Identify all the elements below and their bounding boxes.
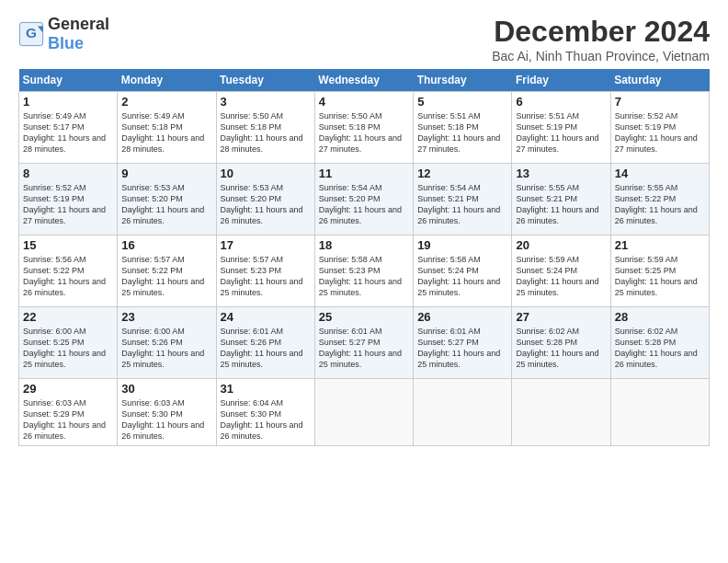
weekday-header-row: SundayMondayTuesdayWednesdayThursdayFrid…: [19, 69, 710, 92]
calendar-day-8: 8 Sunrise: 5:52 AM Sunset: 5:19 PM Dayli…: [19, 164, 118, 236]
day-info: Sunrise: 5:54 AM Sunset: 5:20 PM Dayligh…: [319, 182, 409, 227]
day-number: 15: [23, 238, 113, 252]
calendar-week-1: 1 Sunrise: 5:49 AM Sunset: 5:17 PM Dayli…: [19, 92, 710, 164]
calendar-table: SundayMondayTuesdayWednesdayThursdayFrid…: [18, 69, 710, 446]
day-info: Sunrise: 5:50 AM Sunset: 5:18 PM Dayligh…: [221, 110, 311, 155]
calendar-day-26: 26 Sunrise: 6:01 AM Sunset: 5:27 PM Dayl…: [414, 307, 512, 379]
day-info: Sunrise: 5:55 AM Sunset: 5:22 PM Dayligh…: [615, 182, 705, 227]
day-number: 29: [23, 382, 113, 396]
calendar-day-20: 20 Sunrise: 5:59 AM Sunset: 5:24 PM Dayl…: [512, 236, 610, 307]
logo-icon: G: [18, 21, 44, 47]
day-info: Sunrise: 6:04 AM Sunset: 5:30 PM Dayligh…: [221, 397, 311, 442]
day-number: 19: [417, 238, 507, 252]
calendar-day-22: 22 Sunrise: 6:00 AM Sunset: 5:25 PM Dayl…: [19, 307, 118, 379]
day-info: Sunrise: 5:49 AM Sunset: 5:17 PM Dayligh…: [23, 110, 113, 155]
day-info: Sunrise: 5:50 AM Sunset: 5:18 PM Dayligh…: [319, 110, 409, 155]
calendar-day-21: 21 Sunrise: 5:59 AM Sunset: 5:25 PM Dayl…: [610, 236, 709, 307]
calendar-week-4: 22 Sunrise: 6:00 AM Sunset: 5:25 PM Dayl…: [19, 307, 710, 379]
day-info: Sunrise: 6:01 AM Sunset: 5:27 PM Dayligh…: [319, 326, 409, 371]
day-number: 6: [516, 95, 606, 109]
day-number: 13: [516, 167, 606, 180]
calendar-day-11: 11 Sunrise: 5:54 AM Sunset: 5:20 PM Dayl…: [314, 164, 413, 236]
day-number: 1: [23, 95, 113, 109]
weekday-header-monday: Monday: [118, 69, 216, 92]
day-info: Sunrise: 5:49 AM Sunset: 5:18 PM Dayligh…: [121, 110, 211, 155]
day-info: Sunrise: 5:52 AM Sunset: 5:19 PM Dayligh…: [615, 110, 705, 155]
day-number: 22: [23, 310, 113, 324]
weekday-header-sunday: Sunday: [19, 69, 118, 92]
day-number: 12: [417, 167, 507, 180]
calendar-day-27: 27 Sunrise: 6:02 AM Sunset: 5:28 PM Dayl…: [512, 307, 610, 379]
calendar-day-24: 24 Sunrise: 6:01 AM Sunset: 5:26 PM Dayl…: [216, 307, 314, 379]
day-info: Sunrise: 5:57 AM Sunset: 5:23 PM Dayligh…: [221, 254, 311, 299]
day-number: 17: [221, 238, 311, 252]
day-number: 16: [121, 238, 211, 252]
calendar-day-31: 31 Sunrise: 6:04 AM Sunset: 5:30 PM Dayl…: [216, 379, 314, 446]
day-number: 9: [121, 167, 211, 180]
calendar-day-1: 1 Sunrise: 5:49 AM Sunset: 5:17 PM Dayli…: [19, 92, 118, 164]
day-number: 18: [319, 238, 409, 252]
weekday-header-saturday: Saturday: [610, 69, 709, 92]
day-number: 3: [221, 95, 311, 109]
day-number: 25: [319, 310, 409, 324]
weekday-header-thursday: Thursday: [414, 69, 512, 92]
day-number: 8: [23, 167, 113, 180]
day-info: Sunrise: 5:57 AM Sunset: 5:22 PM Dayligh…: [121, 254, 211, 299]
page-header: G General Blue December 2024 Bac Ai, Nin…: [18, 15, 710, 63]
day-info: Sunrise: 5:53 AM Sunset: 5:20 PM Dayligh…: [121, 182, 211, 227]
calendar-day-23: 23 Sunrise: 6:00 AM Sunset: 5:26 PM Dayl…: [118, 307, 216, 379]
calendar-week-5: 29 Sunrise: 6:03 AM Sunset: 5:29 PM Dayl…: [19, 379, 710, 446]
calendar-day-14: 14 Sunrise: 5:55 AM Sunset: 5:22 PM Dayl…: [610, 164, 709, 236]
day-number: 23: [121, 310, 211, 324]
month-title: December 2024: [492, 15, 710, 49]
day-info: Sunrise: 6:02 AM Sunset: 5:28 PM Dayligh…: [615, 326, 705, 371]
calendar-day-30: 30 Sunrise: 6:03 AM Sunset: 5:30 PM Dayl…: [118, 379, 216, 446]
day-info: Sunrise: 5:54 AM Sunset: 5:21 PM Dayligh…: [417, 182, 507, 227]
calendar-day-17: 17 Sunrise: 5:57 AM Sunset: 5:23 PM Dayl…: [216, 236, 314, 307]
calendar-day-28: 28 Sunrise: 6:02 AM Sunset: 5:28 PM Dayl…: [610, 307, 709, 379]
day-number: 4: [319, 95, 409, 109]
calendar-day-25: 25 Sunrise: 6:01 AM Sunset: 5:27 PM Dayl…: [314, 307, 413, 379]
day-info: Sunrise: 5:51 AM Sunset: 5:19 PM Dayligh…: [516, 110, 606, 155]
day-info: Sunrise: 6:01 AM Sunset: 5:27 PM Dayligh…: [417, 326, 507, 371]
day-number: 14: [615, 167, 705, 180]
day-number: 27: [516, 310, 606, 324]
calendar-day-19: 19 Sunrise: 5:58 AM Sunset: 5:24 PM Dayl…: [414, 236, 512, 307]
weekday-header-wednesday: Wednesday: [314, 69, 413, 92]
day-number: 21: [615, 238, 705, 252]
day-info: Sunrise: 5:58 AM Sunset: 5:24 PM Dayligh…: [417, 254, 507, 299]
day-info: Sunrise: 5:58 AM Sunset: 5:23 PM Dayligh…: [319, 254, 409, 299]
day-info: Sunrise: 6:00 AM Sunset: 5:26 PM Dayligh…: [121, 326, 211, 371]
empty-cell: [414, 379, 512, 446]
day-info: Sunrise: 5:53 AM Sunset: 5:20 PM Dayligh…: [221, 182, 311, 227]
location-title: Bac Ai, Ninh Thuan Province, Vietnam: [492, 49, 710, 63]
empty-cell: [314, 379, 413, 446]
day-info: Sunrise: 5:55 AM Sunset: 5:21 PM Dayligh…: [516, 182, 606, 227]
day-info: Sunrise: 5:59 AM Sunset: 5:24 PM Dayligh…: [516, 254, 606, 299]
day-info: Sunrise: 6:03 AM Sunset: 5:30 PM Dayligh…: [121, 397, 211, 442]
calendar-day-18: 18 Sunrise: 5:58 AM Sunset: 5:23 PM Dayl…: [314, 236, 413, 307]
day-number: 26: [417, 310, 507, 324]
day-number: 7: [615, 95, 705, 109]
calendar-day-10: 10 Sunrise: 5:53 AM Sunset: 5:20 PM Dayl…: [216, 164, 314, 236]
day-number: 24: [221, 310, 311, 324]
day-info: Sunrise: 5:51 AM Sunset: 5:18 PM Dayligh…: [417, 110, 507, 155]
day-number: 30: [121, 382, 211, 396]
calendar-week-3: 15 Sunrise: 5:56 AM Sunset: 5:22 PM Dayl…: [19, 236, 710, 307]
calendar-day-4: 4 Sunrise: 5:50 AM Sunset: 5:18 PM Dayli…: [314, 92, 413, 164]
logo-wordmark: General Blue: [48, 15, 109, 53]
day-info: Sunrise: 6:03 AM Sunset: 5:29 PM Dayligh…: [23, 397, 113, 442]
logo-general: General: [48, 15, 109, 33]
logo: G General Blue: [18, 15, 109, 53]
calendar-day-2: 2 Sunrise: 5:49 AM Sunset: 5:18 PM Dayli…: [118, 92, 216, 164]
day-info: Sunrise: 6:00 AM Sunset: 5:25 PM Dayligh…: [23, 326, 113, 371]
day-info: Sunrise: 6:01 AM Sunset: 5:26 PM Dayligh…: [221, 326, 311, 371]
calendar-day-15: 15 Sunrise: 5:56 AM Sunset: 5:22 PM Dayl…: [19, 236, 118, 307]
day-number: 11: [319, 167, 409, 180]
calendar-day-13: 13 Sunrise: 5:55 AM Sunset: 5:21 PM Dayl…: [512, 164, 610, 236]
calendar-day-3: 3 Sunrise: 5:50 AM Sunset: 5:18 PM Dayli…: [216, 92, 314, 164]
empty-cell: [610, 379, 709, 446]
calendar-day-16: 16 Sunrise: 5:57 AM Sunset: 5:22 PM Dayl…: [118, 236, 216, 307]
calendar-day-5: 5 Sunrise: 5:51 AM Sunset: 5:18 PM Dayli…: [414, 92, 512, 164]
calendar-day-6: 6 Sunrise: 5:51 AM Sunset: 5:19 PM Dayli…: [512, 92, 610, 164]
